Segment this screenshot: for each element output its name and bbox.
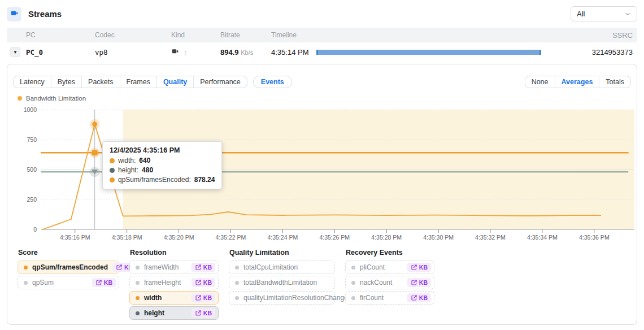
metric-item-fircount[interactable]: firCountKB	[345, 291, 434, 305]
pc-name: PC_0	[26, 48, 95, 57]
x-tick-label: 4:35:28 PM	[371, 234, 402, 241]
metric-sections: ScoreqpSum/framesEncodedKBqpSumKBResolut…	[18, 249, 626, 320]
metric-dot-icon	[235, 266, 239, 270]
metric-label: totalBandwidthLimitation	[243, 279, 332, 286]
metric-item-framewidth[interactable]: frameWidthKB	[129, 260, 219, 274]
col-timeline: Timeline	[271, 31, 316, 39]
metric-dot-icon	[136, 311, 140, 315]
series-dot-icon	[110, 177, 115, 183]
timeline-handle-right[interactable]	[539, 50, 541, 55]
x-tick-label: 4:35:30 PM	[423, 234, 454, 241]
metric-dot-icon	[351, 266, 355, 270]
metric-dot-icon	[136, 296, 140, 300]
y-tick-label: 0	[33, 226, 37, 233]
stream-filter-select[interactable]: All	[571, 6, 637, 21]
open-kb-icon	[411, 279, 417, 286]
tab-bytes[interactable]: Bytes	[51, 76, 81, 88]
tab-quality[interactable]: Quality	[156, 76, 193, 88]
ssrc-value: 3214953373	[559, 48, 633, 57]
view-averages[interactable]: Averages	[555, 76, 599, 88]
kb-label: KB	[203, 279, 212, 286]
metric-label: pliCount	[360, 263, 403, 271]
x-tick-label: 4:35:32 PM	[475, 234, 506, 241]
tab-frames[interactable]: Frames	[120, 76, 156, 88]
metric-label: height	[144, 309, 187, 317]
kb-button[interactable]: KB	[192, 278, 215, 287]
col-codec: Codec	[95, 31, 171, 39]
view-none[interactable]: None	[525, 76, 555, 88]
quality-chart: 025050075010004:35:16 PM4:35:18 PM4:35:2…	[13, 104, 631, 242]
metric-dot-icon	[24, 281, 28, 285]
y-tick-label: 1000	[24, 106, 37, 113]
open-kb-icon	[195, 279, 202, 286]
tooltip-row-width: width: 640	[110, 157, 215, 164]
metric-dot-icon	[24, 266, 28, 270]
metric-label: totalCpuLimitation	[243, 263, 332, 271]
streams-table-header: PC Codec Kind Bitrate Timeline SSRC	[7, 28, 637, 42]
section-quality-limitation: Quality LimitationtotalCpuLimitationtota…	[229, 249, 335, 320]
y-tick-label: 250	[27, 196, 37, 203]
metric-label: nackCount	[360, 279, 403, 286]
kb-button[interactable]: KB	[407, 293, 431, 302]
tab-events[interactable]: Events	[253, 76, 292, 88]
metric-item-qpsum-framesencoded[interactable]: qpSum/framesEncodedKB	[18, 260, 119, 274]
y-tick-label: 750	[27, 136, 37, 143]
metric-item-qpsum[interactable]: qpSumKB	[18, 276, 119, 289]
open-kb-icon	[116, 264, 123, 271]
metric-dot-icon	[351, 281, 355, 285]
kb-button[interactable]: KB	[192, 309, 215, 318]
open-kb-icon	[195, 294, 202, 301]
metric-item-height[interactable]: heightKB	[129, 306, 219, 320]
timeline-range-bar[interactable]	[316, 50, 541, 55]
metric-item-plicount[interactable]: pliCountKB	[345, 260, 434, 274]
metric-dot-icon	[136, 266, 140, 270]
metric-item-width[interactable]: widthKB	[129, 291, 219, 305]
kb-button[interactable]: KB	[407, 263, 431, 272]
metric-label: frameWidth	[144, 263, 187, 271]
tab-latency[interactable]: Latency	[14, 76, 51, 88]
tooltip-row-height: height: 480	[110, 166, 215, 174]
kb-button[interactable]: KB	[92, 278, 116, 287]
metric-item-nackcount[interactable]: nackCountKB	[345, 276, 434, 289]
tab-packets[interactable]: Packets	[81, 76, 119, 88]
x-tick-label: 4:35:24 PM	[268, 234, 298, 241]
section-recovery-events: Recovery EventspliCountKBnackCountKBfirC…	[345, 249, 434, 320]
metric-label: frameHeight	[144, 279, 187, 286]
metric-label: width	[144, 294, 187, 302]
open-kb-icon	[195, 264, 202, 271]
x-tick-label: 4:35:36 PM	[579, 234, 610, 241]
kb-label: KB	[203, 310, 212, 316]
metric-item-qualitylimitationresolutionchanges[interactable]: qualityLimitationResolutionChanges	[229, 291, 335, 305]
timeline-handle-left[interactable]	[316, 50, 318, 55]
metric-label: qualityLimitationResolutionChanges	[243, 294, 351, 302]
metric-item-frameheight[interactable]: frameHeightKB	[129, 276, 219, 289]
kb-button[interactable]: KB	[192, 263, 215, 272]
page-title: Streams	[28, 9, 62, 19]
view-totals[interactable]: Totals	[599, 76, 630, 88]
open-kb-icon	[411, 294, 417, 301]
kb-button[interactable]: KB	[407, 278, 431, 287]
y-tick-label: 500	[27, 166, 37, 173]
row-expander-button[interactable]: ▼	[10, 47, 20, 57]
tab-performance[interactable]: Performance	[193, 76, 247, 88]
chart-tooltip: 12/4/2025 4:35:16 PM width: 640height: 4…	[102, 141, 222, 189]
open-kb-icon	[411, 264, 417, 271]
kb-label: KB	[104, 279, 112, 286]
metric-item-totalbandwidthlimitation[interactable]: totalBandwidthLimitation	[229, 276, 335, 289]
section-title: Score	[18, 249, 119, 257]
metric-tab-group: LatencyBytesPacketsFramesQualityPerforma…	[13, 76, 247, 88]
section-title: Resolution	[130, 249, 219, 257]
kb-button[interactable]: KB	[192, 293, 215, 302]
legend-label: Bandwidth Limitation	[26, 95, 86, 102]
metric-item-totalcpulimitation[interactable]: totalCpuLimitation	[229, 260, 335, 274]
section-title: Quality Limitation	[229, 249, 335, 257]
section-resolution: ResolutionframeWidthKBframeHeightKBwidth…	[129, 249, 219, 320]
series-dot-icon	[110, 168, 115, 173]
aggregation-tab-group: NoneAveragesTotals	[525, 76, 631, 88]
open-kb-icon	[95, 279, 102, 286]
bitrate-value: 894.9	[220, 48, 239, 57]
quality-panel: LatencyBytesPacketsFramesQualityPerforma…	[7, 64, 637, 325]
section-title: Recovery Events	[346, 249, 434, 257]
metric-dot-icon	[136, 281, 140, 285]
app-header: Streams All	[0, 0, 644, 28]
